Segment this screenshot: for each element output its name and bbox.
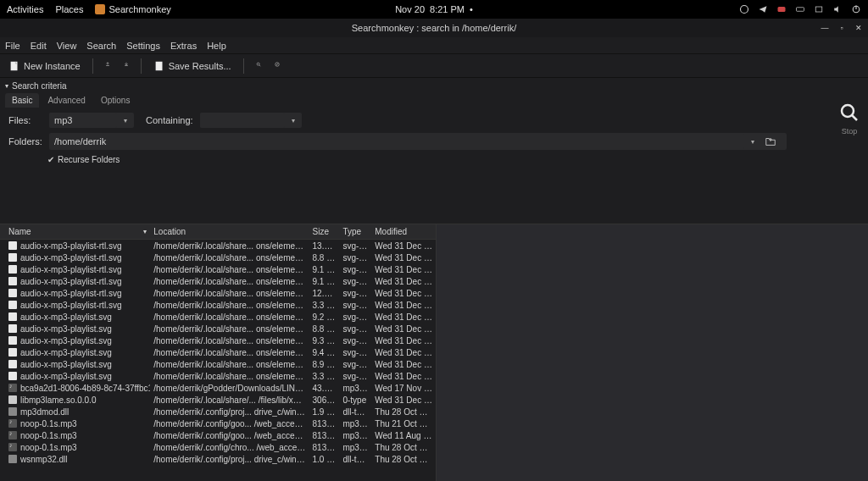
tab-options[interactable]: Options <box>94 93 136 108</box>
maximize-button[interactable]: ▫ <box>837 24 846 32</box>
file-name: audio-x-mp3-playlist.svg <box>20 360 112 369</box>
table-row[interactable]: audio-x-mp3-playlist-rtl.svg/home/derrik… <box>0 299 436 311</box>
menu-edit[interactable]: Edit <box>31 41 47 51</box>
file-modified: Wed 31 Dec 1969 07 <box>371 289 436 298</box>
table-row[interactable]: audio-x-mp3-playlist-rtl.svg/home/derrik… <box>0 252 436 263</box>
file-name: audio-x-mp3-playlist.svg <box>20 372 112 381</box>
toolbar-separator <box>243 58 244 74</box>
table-row[interactable]: audio-x-mp3-playlist-rtl.svg/home/derrik… <box>0 287 436 299</box>
file-size: 813 bytes <box>309 443 340 452</box>
table-row[interactable]: audio-x-mp3-playlist.svg/home/derrik/.lo… <box>0 334 436 346</box>
toolbar: New Instance Save Results... <box>0 54 868 78</box>
folder-browse-button[interactable] <box>761 133 780 150</box>
tray-icon-discord[interactable] <box>776 4 787 14</box>
tab-advanced[interactable]: Advanced <box>41 93 92 108</box>
file-name: audio-x-mp3-playlist-rtl.svg <box>20 277 121 286</box>
new-instance-button[interactable]: New Instance <box>5 58 84 74</box>
tab-basic[interactable]: Basic <box>5 93 39 108</box>
places-button[interactable]: Places <box>55 4 83 14</box>
search-toolbar-button[interactable] <box>253 60 264 72</box>
file-modified: Thu 28 Oct 2021 09:0 <box>371 455 436 464</box>
file-type: 0-type <box>339 395 371 405</box>
svg-point-12 <box>842 105 854 117</box>
table-row[interactable]: audio-x-mp3-playlist.svg/home/derrik/.lo… <box>0 311 436 323</box>
tray-icon-telegram[interactable] <box>758 4 768 14</box>
file-location: /home/derrik/.local/share... ons/element… <box>150 301 309 310</box>
close-button[interactable]: ✕ <box>854 24 863 32</box>
file-modified: Thu 28 Oct 2021 09:0 <box>371 407 436 417</box>
search-criteria-header[interactable]: ▾ Search criteria <box>0 78 868 93</box>
file-name: audio-x-mp3-playlist-rtl.svg <box>20 289 121 298</box>
stop-toolbar-button[interactable] <box>271 60 283 72</box>
save-results-button[interactable]: Save Results... <box>150 58 235 74</box>
date-text: Nov 20 <box>395 4 425 14</box>
table-row[interactable]: audio-x-mp3-playlist.svg/home/derrik/.lo… <box>0 323 436 334</box>
file-modified: Wed 31 Dec 1969 07 <box>371 241 436 251</box>
file-type: svg-type <box>339 348 371 357</box>
file-icon <box>8 384 17 392</box>
file-location: /home/derrik/gPodder/Downloads/LINUX Unp… <box>150 384 309 393</box>
search-criteria-panel: Basic Advanced Options Files: ▾ Containi… <box>0 93 868 224</box>
current-app[interactable]: Searchmonkey <box>95 4 170 14</box>
time-text: 8:21 PM <box>430 4 465 14</box>
file-modified: Wed 31 Dec 1969 07 <box>371 395 436 405</box>
menu-file[interactable]: File <box>5 41 20 51</box>
export-button[interactable] <box>120 60 132 72</box>
folders-dropdown-icon[interactable]: ▾ <box>744 138 761 146</box>
file-icon <box>8 241 17 250</box>
menu-search[interactable]: Search <box>86 41 116 51</box>
save-results-label: Save Results... <box>169 61 231 71</box>
file-type: dll-type <box>339 407 371 417</box>
table-row[interactable]: libmp3lame.so.0.0.0/home/derrik/.local/s… <box>0 394 436 406</box>
volume-icon[interactable] <box>832 4 843 14</box>
column-type[interactable]: Type <box>339 227 371 236</box>
file-modified: Wed 31 Dec 1969 07 <box>371 277 436 286</box>
folders-input[interactable] <box>49 134 744 149</box>
file-modified: Thu 21 Oct 2021 12:4 <box>371 419 436 428</box>
column-name[interactable]: Name▾ <box>5 227 150 236</box>
activities-button[interactable]: Activities <box>7 4 43 14</box>
file-size: 9.1 KB <box>309 265 340 274</box>
menu-help[interactable]: Help <box>207 41 226 51</box>
menu-extras[interactable]: Extras <box>170 41 197 51</box>
file-size: 43.6 MB <box>309 384 340 393</box>
column-location[interactable]: Location <box>150 227 309 236</box>
table-row[interactable]: audio-x-mp3-playlist-rtl.svg/home/derrik… <box>0 275 436 287</box>
minimize-button[interactable]: — <box>821 24 829 32</box>
containing-dropdown-icon[interactable]: ▾ <box>285 117 302 124</box>
table-row[interactable]: audio-x-mp3-playlist.svg/home/derrik/.lo… <box>0 370 436 382</box>
table-row[interactable]: noop-0.1s.mp3/home/derrik/.config/goo...… <box>0 429 436 441</box>
containing-label: Containing: <box>146 115 193 125</box>
files-dropdown-icon[interactable]: ▾ <box>117 117 134 124</box>
table-row[interactable]: audio-x-mp3-playlist-rtl.svg/home/derrik… <box>0 240 436 252</box>
column-modified[interactable]: Modified <box>371 227 436 236</box>
table-row[interactable]: audio-x-mp3-playlist.svg/home/derrik/.lo… <box>0 346 436 358</box>
file-size: 8.8 KB <box>309 253 340 263</box>
import-button[interactable] <box>102 60 114 72</box>
power-icon[interactable] <box>851 4 861 14</box>
table-row[interactable]: audio-x-mp3-playlist.svg/home/derrik/.lo… <box>0 358 436 370</box>
network-icon[interactable] <box>814 4 824 14</box>
table-row[interactable]: noop-0.1s.mp3/home/derrik/.config/chro..… <box>0 441 436 453</box>
window-titlebar[interactable]: Searchmonkey : search in /home/derrik/ —… <box>0 19 868 37</box>
table-row[interactable]: bca9a2d1-8006-4b89-8c74-37ffbc17c082.mp3… <box>0 382 436 394</box>
table-row[interactable]: noop-0.1s.mp3/home/derrik/.config/goo...… <box>0 417 436 429</box>
recurse-folders-checkbox[interactable]: ✔ Recurse Folders <box>47 155 822 164</box>
column-size[interactable]: Size <box>309 227 340 236</box>
tray-icon-keyboard[interactable] <box>795 4 805 14</box>
search-criteria-label: Search criteria <box>12 81 66 91</box>
table-row[interactable]: wsnmp32.dll/home/derrik/.config/proj... … <box>0 453 436 465</box>
table-row[interactable]: audio-x-mp3-playlist-rtl.svg/home/derrik… <box>0 263 436 275</box>
file-icon <box>8 324 17 333</box>
files-input[interactable] <box>49 113 117 128</box>
clock[interactable]: Nov 20 8:21 PM • <box>395 4 473 14</box>
file-icon <box>8 312 17 321</box>
search-button[interactable] <box>837 100 862 125</box>
menu-settings[interactable]: Settings <box>126 41 160 51</box>
menu-view[interactable]: View <box>57 41 77 51</box>
file-icon <box>8 443 17 451</box>
tray-icon-1[interactable] <box>739 4 749 14</box>
containing-input[interactable] <box>200 113 285 128</box>
file-type: svg-type <box>339 312 371 322</box>
table-row[interactable]: mp3dmod.dll/home/derrik/.config/proj... … <box>0 406 436 417</box>
